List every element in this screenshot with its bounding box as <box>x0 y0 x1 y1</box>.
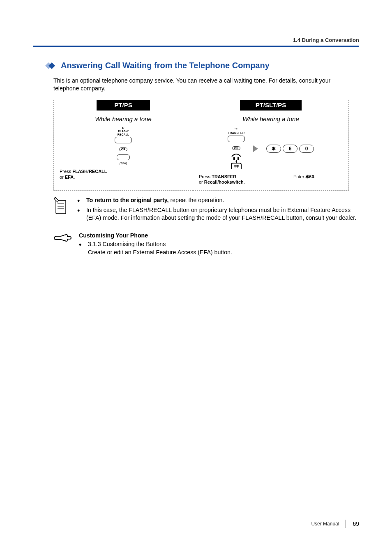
page-footer: User Manual 69 <box>311 520 359 528</box>
svg-marker-1 <box>48 62 55 69</box>
customising-block: Customising Your Phone 3.1.3 Customising… <box>53 232 359 257</box>
efa-key-icon: (EFA) <box>117 154 130 165</box>
transfer-key-icon: ↷ TRANSFER <box>228 127 245 143</box>
panel-pt-ps: PT/PS While hearing a tone R FLASH/ RECA… <box>53 100 193 190</box>
note-block: To return to the original party, repeat … <box>53 196 359 224</box>
arrow-right-icon <box>253 145 258 152</box>
footer-separator <box>346 520 346 528</box>
flash-recall-key-icon: R FLASH/ RECALL <box>115 127 132 145</box>
header-rule <box>33 46 359 47</box>
section-title-row: Answering Call Waiting from the Telephon… <box>45 61 359 70</box>
pencil-note-icon <box>53 196 70 224</box>
tip-return-original-party: To return to the original party, repeat … <box>77 196 359 205</box>
panel-pt-slt-ps: PT/SLT/PS While hearing a tone ↷ TRANSFE… <box>193 100 349 190</box>
transfer-hookswitch-group: ↷ TRANSFER OR <box>228 126 245 172</box>
panel-left-subhead: While hearing a tone <box>54 115 193 122</box>
or-label-right: OR <box>232 146 241 150</box>
key-star: ✱ <box>266 145 281 153</box>
svg-point-5 <box>236 161 237 162</box>
diamond-bullet-icon <box>45 62 57 69</box>
panel-left-caption: Press FLASH/RECALL or EFA. <box>60 169 187 180</box>
panel-header-right: PT/SLT/PS <box>240 100 302 111</box>
or-label-left: OR <box>119 147 128 151</box>
dial-sequence: ✱ 6 0 <box>266 145 314 153</box>
svg-rect-3 <box>238 157 239 160</box>
customising-bullet: 3.1.3 Customising the Buttons Create or … <box>79 240 359 257</box>
panel-header-left: PT/PS <box>97 100 150 111</box>
section-title: Answering Call Waiting from the Telephon… <box>61 61 270 70</box>
key-0: 0 <box>299 145 314 153</box>
running-header: 1.4 During a Conversation <box>33 37 359 43</box>
panel-right-subhead: While hearing a tone <box>193 115 348 122</box>
procedure-panels: PT/PS While hearing a tone R FLASH/ RECA… <box>53 100 359 190</box>
panel-right-caption-left: Press TRANSFER or Recall/hookswitch. <box>199 174 282 185</box>
svg-point-13 <box>55 197 56 198</box>
svg-rect-2 <box>233 157 235 160</box>
footer-label: User Manual <box>311 521 339 527</box>
pointing-hand-icon <box>53 232 71 257</box>
panel-right-caption-right: Enter ✱60. <box>293 174 343 185</box>
footer-page-number: 69 <box>353 520 359 527</box>
customising-heading: Customising Your Phone <box>79 232 359 239</box>
intro-paragraph: This is an optional telephone company se… <box>53 77 355 92</box>
key-6: 6 <box>283 145 297 153</box>
hookswitch-icon <box>229 152 243 170</box>
tip-efa-mode: In this case, the FLASH/RECALL button on… <box>77 206 359 223</box>
